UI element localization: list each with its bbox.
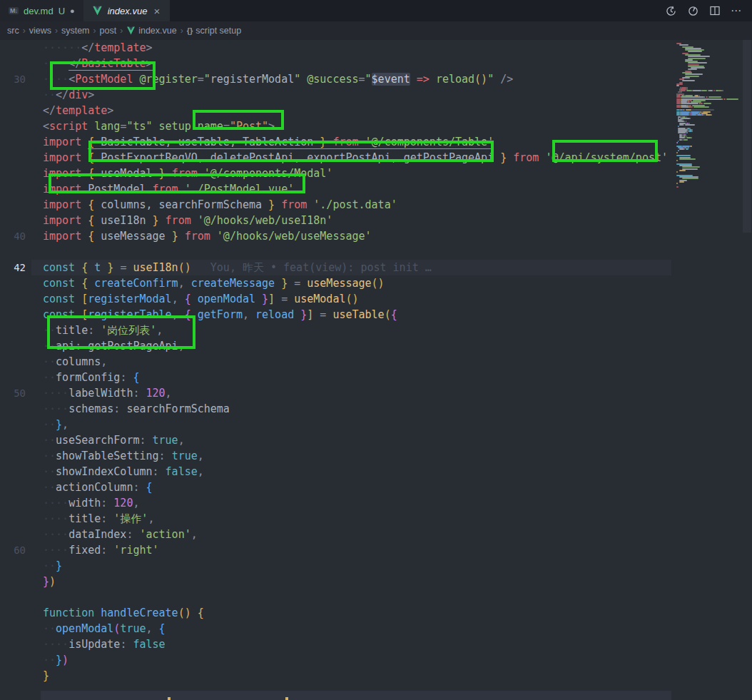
line-number[interactable] xyxy=(0,574,31,589)
line-number[interactable]: 60 xyxy=(0,542,31,558)
close-icon[interactable]: × xyxy=(152,5,161,17)
scrollbar[interactable] xyxy=(742,40,752,700)
code-line[interactable]: import PostModel from './PostModel.vue' xyxy=(0,181,671,197)
line-number[interactable] xyxy=(0,197,31,213)
line-number[interactable] xyxy=(0,370,31,385)
code-line[interactable]: ··showTableSetting: true, xyxy=(0,448,671,464)
line-number[interactable] xyxy=(0,323,31,338)
code-line[interactable]: ··</div> xyxy=(0,87,671,103)
line-number[interactable] xyxy=(0,684,31,699)
line-number[interactable] xyxy=(0,589,31,605)
code-line[interactable]: ··formConfig: { xyxy=(0,370,671,385)
code-line[interactable]: }) xyxy=(0,574,671,589)
code-line[interactable] xyxy=(0,589,671,605)
run-icon[interactable] xyxy=(687,5,699,17)
code-line[interactable]: 40import { useMessage } from '@/hooks/we… xyxy=(0,228,671,244)
line-number[interactable] xyxy=(0,621,31,636)
code-line[interactable]: ··} xyxy=(0,558,671,574)
line-number[interactable] xyxy=(0,668,31,684)
tab-dev-md[interactable]: M↓ dev.md U ● xyxy=(0,0,83,21)
code-line[interactable]: ··title: '岗位列表', xyxy=(0,323,671,338)
line-number[interactable] xyxy=(0,291,31,307)
line-number[interactable] xyxy=(0,118,31,134)
more-actions-icon[interactable]: ⋯ xyxy=(731,4,742,17)
line-number[interactable]: 40 xyxy=(0,228,31,244)
code-line[interactable] xyxy=(0,244,671,260)
line-number[interactable] xyxy=(0,87,31,103)
code-line[interactable]: ····dataIndex: 'action', xyxy=(0,527,671,542)
line-number[interactable] xyxy=(0,495,31,511)
code-line[interactable]: 60····fixed: 'right' xyxy=(0,542,671,558)
line-number[interactable] xyxy=(0,150,31,166)
code-line[interactable]: ····width: 120, xyxy=(0,495,671,511)
code-line[interactable]: ··columns, xyxy=(0,354,671,370)
code-line[interactable]: import { columns, searchFormSchema } fro… xyxy=(0,197,671,213)
line-number[interactable] xyxy=(0,213,31,228)
breadcrumb-views[interactable]: views xyxy=(29,26,51,36)
code-line[interactable]: import { useI18n } from '@/hooks/web/use… xyxy=(0,213,671,228)
line-number[interactable] xyxy=(0,40,31,56)
line-number[interactable] xyxy=(0,636,31,652)
tab-index-vue[interactable]: index.vue × xyxy=(83,0,170,21)
code-line[interactable]: ··showIndexColumn: false, xyxy=(0,464,671,480)
code-line[interactable]: import { useModal } from '@/components/M… xyxy=(0,166,671,181)
line-number[interactable] xyxy=(0,244,31,260)
code-line[interactable]: import { PostExportReqVO, deletePostApi,… xyxy=(0,150,671,166)
minimap[interactable] xyxy=(674,40,742,700)
breadcrumb-symbol[interactable]: {} script setup xyxy=(187,26,241,36)
code-line[interactable]: 30····<PostModel @register="registerModa… xyxy=(0,71,671,87)
code-line[interactable]: ··openModal(true, { xyxy=(0,621,671,636)
line-number[interactable] xyxy=(0,511,31,527)
line-number[interactable]: 50 xyxy=(0,385,31,401)
code-line[interactable]: const [registerModal, { openModal }] = u… xyxy=(0,291,671,307)
line-number[interactable] xyxy=(0,275,31,291)
code-line[interactable]: ··actionColumn: { xyxy=(0,480,671,495)
line-number[interactable] xyxy=(0,338,31,354)
code-line[interactable]: ····</BasicTable> xyxy=(0,56,671,71)
code-line[interactable]: 42const { t } = useI18n() You, 昨天 • feat… xyxy=(0,260,671,275)
line-number[interactable] xyxy=(0,558,31,574)
code-line[interactable]: ··}) xyxy=(0,652,671,668)
code-line[interactable]: ··api: getPostPageApi, xyxy=(0,338,671,354)
line-number[interactable] xyxy=(0,401,31,417)
line-number[interactable] xyxy=(0,354,31,370)
line-number[interactable] xyxy=(0,527,31,542)
line-number[interactable] xyxy=(0,448,31,464)
code-line[interactable]: </template> xyxy=(0,103,671,118)
code-line[interactable]: function handleCreate() { xyxy=(0,605,671,621)
line-number[interactable]: 30 xyxy=(0,71,31,87)
line-number[interactable] xyxy=(0,464,31,480)
code-line[interactable]: ····schemas: searchFormSchema xyxy=(0,401,671,417)
split-editor-icon[interactable] xyxy=(709,5,721,16)
breadcrumb-file[interactable]: index.vue xyxy=(126,26,177,36)
code-line[interactable]: ····isUpdate: false xyxy=(0,636,671,652)
breadcrumb-post[interactable]: post xyxy=(100,26,117,36)
line-number[interactable] xyxy=(0,166,31,181)
line-number[interactable] xyxy=(0,652,31,668)
unsaved-dot-icon[interactable]: ● xyxy=(70,6,75,15)
code-line[interactable]: import { BasicTable, useTable, TableActi… xyxy=(0,134,671,150)
code-line[interactable]: ··useSearchForm: true, xyxy=(0,432,671,448)
code-editor[interactable]: ······</template>····</BasicTable>30····… xyxy=(0,40,671,699)
line-number[interactable] xyxy=(0,480,31,495)
code-line[interactable]: const [registerTable, { getForm, reload … xyxy=(0,307,671,323)
code-line[interactable]: ··}, xyxy=(0,417,671,432)
line-number[interactable] xyxy=(0,103,31,118)
code-line[interactable]: } xyxy=(0,668,671,684)
code-line[interactable]: ······</template> xyxy=(0,40,671,56)
line-number[interactable] xyxy=(0,134,31,150)
code-line[interactable]: const { createConfirm, createMessage } =… xyxy=(0,275,671,291)
line-number[interactable]: 42 xyxy=(0,260,31,275)
breadcrumb-src[interactable]: src xyxy=(7,26,19,36)
scrollbar-thumb[interactable] xyxy=(743,40,751,233)
timeline-icon[interactable] xyxy=(665,5,677,17)
partial-code-line[interactable] xyxy=(41,691,671,700)
line-number[interactable] xyxy=(0,56,31,71)
line-number[interactable] xyxy=(0,417,31,432)
code-line[interactable]: 50····labelWidth: 120, xyxy=(0,385,671,401)
line-number[interactable] xyxy=(0,181,31,197)
line-number[interactable] xyxy=(0,605,31,621)
code-line[interactable]: <script lang="ts" setup name="Post"> xyxy=(0,118,671,134)
code-line[interactable]: ····title: '操作', xyxy=(0,511,671,527)
line-number[interactable] xyxy=(0,307,31,323)
